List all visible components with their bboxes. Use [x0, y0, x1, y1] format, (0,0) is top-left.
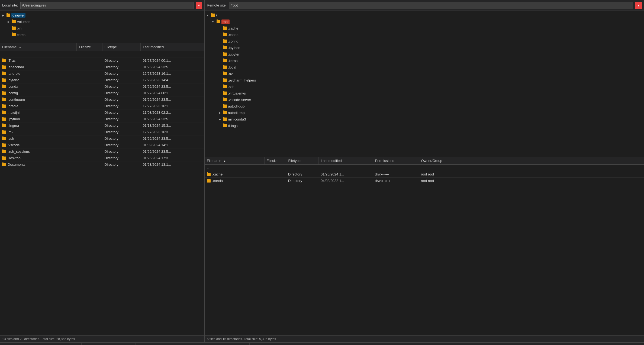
remote-col-header-filetype[interactable]: Filetype [286, 157, 318, 165]
remote-tree-item-tf-logs[interactable]: tf-logs [205, 122, 644, 129]
local-tree-item-cores[interactable]: cores [0, 31, 204, 38]
remote-cell-filesize [264, 178, 286, 184]
col-header-filename[interactable]: Filename ▲ [0, 43, 77, 51]
local-table-row[interactable]: .condaDirectory01/26/2024 23:5... [0, 83, 204, 90]
remote-cell-filename: .cache [205, 171, 264, 178]
folder-icon [7, 14, 10, 17]
local-table-row[interactable]: DesktopDirectory01/26/2024 17:3... [0, 155, 204, 161]
remote-tree-item-config[interactable]: .config [205, 38, 644, 44]
remote-file-table-container: Filename ▲ Filesize Filetype Last modifi… [205, 157, 644, 335]
local-cell-filesize [77, 70, 102, 77]
local-cell-filetype: Directory [102, 161, 140, 168]
remote-table-row[interactable]: .cacheDirectory01/26/2024 1...drwx------… [205, 171, 644, 178]
folder-icon [223, 85, 227, 88]
local-cell-filename: .hawtjni [0, 109, 77, 116]
remote-tree-item-ipython[interactable]: .ipython [205, 44, 644, 51]
local-table-row[interactable]: .sshDirectory01/26/2024 23:5... [0, 135, 204, 142]
local-site-input[interactable] [20, 2, 194, 9]
remote-tree-item-miniconda3[interactable]: ▶ miniconda3 [205, 116, 644, 122]
local-cell-filesize [77, 142, 102, 148]
remote-tree-item-autodl-tmp[interactable]: ▶ autodl-tmp [205, 109, 644, 116]
local-table-row[interactable]: .gradleDirectory12/27/2023 16:1... [0, 103, 204, 109]
col-header-lastmod[interactable]: Last modified [140, 43, 204, 51]
local-cell-lastmod: 12/27/2023 16:1... [140, 70, 204, 77]
local-table-row[interactable]: .continuumDirectory01/26/2024 23:5... [0, 96, 204, 103]
local-tree-item-volumes[interactable]: ▶ Volumes [0, 18, 204, 25]
queue-col-direction[interactable]: Direction [81, 343, 136, 345]
local-table-row[interactable]: .. [0, 51, 204, 57]
remote-tree-item-local[interactable]: .local [205, 64, 644, 70]
local-table-row[interactable]: .vscodeDirectory01/09/2024 14:1... [0, 142, 204, 148]
folder-icon [2, 85, 6, 88]
local-cell-filename: .android [0, 70, 77, 77]
local-cell-filetype: Directory [102, 135, 140, 142]
remote-table-row[interactable]: .. [205, 165, 644, 171]
local-table-row[interactable]: .ipythonDirectory01/26/2024 23:5... [0, 116, 204, 122]
local-cell-filesize [77, 96, 102, 103]
local-table-row[interactable]: .TrashDirectory01/27/2024 00:1... [0, 57, 204, 64]
col-header-filetype[interactable]: Filetype [102, 43, 140, 51]
folder-icon [2, 92, 6, 95]
local-table-row[interactable]: .androidDirectory12/27/2023 16:1... [0, 70, 204, 77]
local-table-row[interactable]: DocumentsDirectory01/23/2024 13:1... [0, 161, 204, 168]
local-table-row[interactable]: .m2Directory12/27/2023 16:3... [0, 129, 204, 135]
remote-tree-item-conda[interactable]: .conda [205, 31, 644, 38]
local-cell-filetype: Directory [102, 142, 140, 148]
local-table-row[interactable]: .zsh_sessionsDirectory01/26/2024 23:5... [0, 148, 204, 155]
remote-tree-item-cache[interactable]: .cache [205, 25, 644, 31]
local-cell-lastmod: 01/26/2024 23:5... [140, 96, 204, 103]
local-cell-filetype: Directory [102, 103, 140, 109]
remote-tree-item-virtualenvs[interactable]: .virtualenvs [205, 90, 644, 96]
local-table-row[interactable]: .configDirectory01/27/2024 00:1... [0, 90, 204, 96]
queue-col-size[interactable]: Size [217, 343, 249, 345]
remote-tree-item-jupyter[interactable]: .jupyter [205, 51, 644, 57]
local-table-row[interactable]: .bytertcDirectory12/29/2023 14:4... [0, 77, 204, 83]
remote-col-header-owner[interactable]: Owner/Group [419, 157, 644, 165]
queue-col-status[interactable]: Status [293, 343, 644, 345]
local-cell-filename: .bytertc [0, 77, 77, 83]
queue-col-priority[interactable]: Priority [249, 343, 293, 345]
local-cell-filesize [77, 77, 102, 83]
local-tree-item-bin[interactable]: bin [0, 25, 204, 31]
queue-area: Server/Local file Direction Remote file … [0, 342, 644, 345]
remote-tree-item-nv[interactable]: .nv [205, 70, 644, 77]
queue-col-remote-file[interactable]: Remote file [136, 343, 217, 345]
remote-site-input[interactable] [229, 2, 633, 9]
local-table-row[interactable]: .anacondaDirectory01/26/2024 23:5... [0, 64, 204, 70]
local-cell-filesize [77, 51, 102, 57]
remote-col-header-filesize[interactable]: Filesize [264, 157, 286, 165]
local-cell-filename: .Trash [0, 57, 77, 64]
remote-col-header-permissions[interactable]: Permissions [373, 157, 419, 165]
folder-icon [2, 150, 6, 153]
local-cell-lastmod: 01/13/2024 15:3... [140, 122, 204, 129]
remote-tree-item-root-folder[interactable]: ▾ root [205, 18, 644, 25]
local-cell-lastmod: 01/26/2024 23:5... [140, 83, 204, 90]
remote-col-header-lastmod[interactable]: Last modified [318, 157, 373, 165]
expand-icon: ▶ [2, 14, 5, 17]
remote-table-row[interactable]: .condaDirectory04/08/2022 1...drwxr-xr-x… [205, 178, 644, 184]
remote-site-dropdown-button[interactable]: ▼ [635, 2, 642, 9]
tree-item-label: .config [228, 39, 238, 43]
remote-tree-item-pycharm[interactable]: .pycharm_helpers [205, 77, 644, 83]
tree-item-label: root [221, 19, 230, 24]
folder-icon [223, 40, 227, 43]
local-table-row[interactable]: .hawtjniDirectory11/08/2023 02:2... [0, 109, 204, 116]
queue-col-server-local[interactable]: Server/Local file [0, 343, 81, 345]
remote-tree-item-ssh[interactable]: .ssh [205, 83, 644, 90]
remote-tree-item-autodl-pub[interactable]: autodl-pub [205, 103, 644, 109]
tree-item-label: cores [17, 33, 25, 37]
remote-cell-lastmod: 04/08/2022 1... [318, 178, 373, 184]
col-header-filesize[interactable]: Filesize [77, 43, 102, 51]
local-tree-item-dingwei[interactable]: ▶ dingwei [0, 12, 204, 18]
remote-tree-item-keras[interactable]: .keras [205, 57, 644, 64]
local-table-row[interactable]: .lingmaDirectory01/13/2024 15:3... [0, 122, 204, 129]
remote-cell-permissions [373, 165, 419, 171]
folder-icon [223, 118, 227, 121]
remote-site-label: Remote site: [207, 3, 227, 7]
remote-tree-item-root[interactable]: ▾ / [205, 12, 644, 18]
remote-col-header-filename[interactable]: Filename ▲ [205, 157, 264, 165]
remote-tree-item-vscode-server[interactable]: .vscode-server [205, 96, 644, 103]
tree-item-label: .ipython [228, 46, 240, 50]
local-cell-filename: .continuum [0, 96, 77, 103]
local-site-dropdown-button[interactable]: ▼ [196, 2, 202, 9]
